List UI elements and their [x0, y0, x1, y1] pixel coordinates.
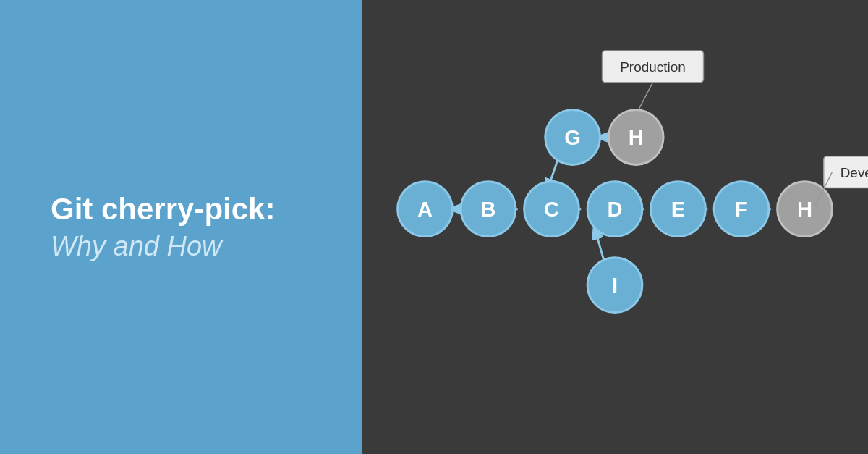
- node-b-label: B: [480, 198, 495, 221]
- node-i-label: I: [612, 274, 618, 297]
- production-arrow: [639, 83, 653, 109]
- development-label: Development: [841, 165, 868, 180]
- title-line1: Git cherry-pick:: [51, 192, 275, 227]
- title-line2: Why and How: [51, 231, 222, 263]
- node-d-label: D: [607, 198, 622, 221]
- git-diagram: A B C D E F H G H I Production: [362, 0, 868, 454]
- node-g-label: G: [564, 126, 581, 149]
- node-h-prod-label: H: [629, 126, 644, 149]
- right-panel: A B C D E F H G H I Production: [362, 0, 868, 454]
- node-a-label: A: [417, 198, 433, 221]
- node-h-dev-label: H: [797, 198, 812, 221]
- production-label: Production: [620, 59, 686, 75]
- left-panel: Git cherry-pick: Why and How: [0, 0, 362, 454]
- node-f-label: F: [735, 198, 748, 221]
- node-c-label: C: [544, 198, 559, 221]
- node-e-label: E: [671, 198, 685, 221]
